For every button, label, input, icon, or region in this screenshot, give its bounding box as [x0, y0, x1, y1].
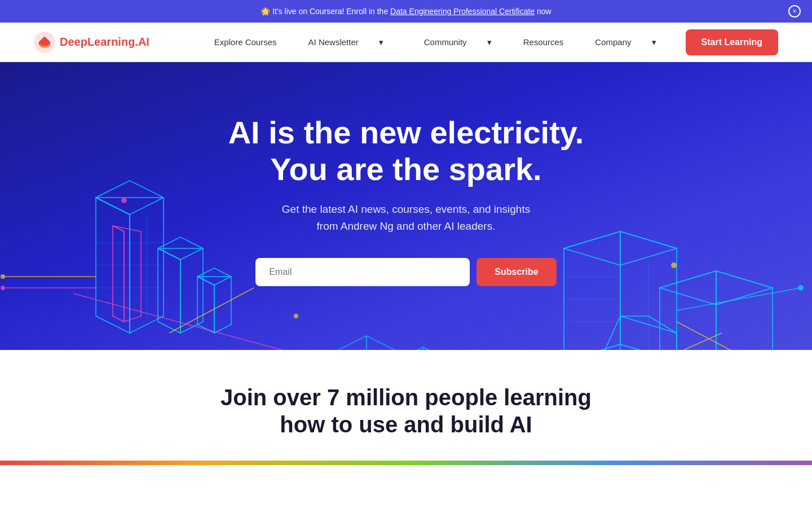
join-headline-line2: how to use and build AI — [280, 412, 532, 437]
svg-marker-52 — [338, 336, 367, 350]
svg-line-44 — [169, 288, 254, 333]
svg-point-3 — [42, 37, 47, 41]
svg-line-42 — [73, 294, 282, 350]
svg-marker-7 — [158, 248, 180, 333]
bottom-gradient-bar — [0, 461, 812, 465]
svg-marker-12 — [197, 268, 231, 285]
svg-marker-10 — [197, 277, 214, 333]
company-chevron-icon: ▾ — [643, 33, 665, 52]
newsletter-chevron-icon: ▾ — [370, 33, 392, 52]
svg-point-43 — [121, 198, 127, 203]
svg-marker-20 — [592, 316, 677, 350]
nav-explore-link[interactable]: Explore Courses — [205, 33, 286, 51]
svg-marker-22 — [564, 344, 677, 350]
svg-marker-14 — [113, 226, 141, 322]
logo-icon — [34, 32, 55, 53]
svg-marker-13 — [113, 226, 124, 322]
subscribe-form: Subscribe — [228, 258, 584, 286]
svg-marker-5 — [96, 198, 164, 333]
community-chevron-icon: ▾ — [478, 33, 501, 52]
svg-marker-55 — [395, 347, 423, 350]
svg-point-37 — [1, 286, 5, 290]
join-headline: Join over 7 million people learning how … — [23, 384, 789, 438]
svg-line-49 — [620, 333, 722, 350]
banner-certificate-link[interactable]: Data Engineering Professional Certificat… — [390, 7, 535, 16]
nav-item-resources[interactable]: Resources — [514, 33, 573, 51]
svg-marker-6 — [96, 181, 164, 214]
nav-newsletter-link[interactable]: AI Newsletter ▾ — [290, 28, 401, 56]
logo-link[interactable]: DeepLearning.AI — [34, 32, 149, 53]
svg-point-41 — [798, 285, 804, 291]
svg-marker-27 — [716, 271, 773, 350]
nav-item-company[interactable]: Company ▾ — [577, 28, 674, 56]
start-learning-button[interactable]: Start Learning — [686, 29, 778, 55]
banner-emoji: 🌟 — [261, 7, 270, 16]
join-section: Join over 7 million people learning how … — [0, 350, 812, 461]
svg-line-39 — [677, 288, 801, 310]
nav-company-link[interactable]: Company ▾ — [577, 28, 674, 56]
svg-point-36 — [1, 274, 5, 279]
hero-section: AI is the new electricity. You are the s… — [0, 62, 812, 350]
svg-marker-28 — [660, 271, 773, 305]
svg-marker-21 — [620, 316, 677, 350]
logo-text: DeepLearning.AI — [60, 36, 149, 49]
svg-marker-53 — [367, 336, 395, 350]
nav-item-explore[interactable]: Explore Courses — [205, 33, 286, 51]
banner-close-button[interactable]: × — [788, 5, 801, 17]
svg-marker-56 — [423, 347, 451, 350]
nav-item-newsletter[interactable]: AI Newsletter ▾ — [290, 28, 401, 56]
nav-resources-link[interactable]: Resources — [514, 33, 573, 51]
hero-subtext: Get the latest AI news, courses, events,… — [228, 201, 584, 235]
banner-pre-link: It's live on Coursera! Enroll in the — [272, 7, 388, 16]
nav-item-community[interactable]: Community ▾ — [406, 28, 510, 56]
hero-content: AI is the new electricity. You are the s… — [228, 115, 584, 286]
svg-point-50 — [671, 262, 677, 268]
email-input[interactable] — [255, 258, 470, 286]
svg-point-45 — [294, 314, 298, 318]
nav-links: Explore Courses AI Newsletter ▾ Communit… — [205, 28, 674, 56]
hero-headline-line1: AI is the new electricity. — [228, 115, 584, 150]
svg-marker-4 — [96, 198, 130, 333]
announcement-banner: 🌟 It's live on Coursera! Enroll in the D… — [0, 0, 812, 23]
subscribe-button[interactable]: Subscribe — [476, 258, 556, 286]
banner-text-after: now — [537, 7, 551, 16]
hero-headline-line2: You are the spark. — [270, 151, 541, 187]
join-headline-line1: Join over 7 million people learning — [220, 385, 592, 410]
main-nav: DeepLearning.AI Explore Courses AI Newsl… — [0, 23, 812, 62]
svg-marker-11 — [197, 277, 231, 333]
hero-headline: AI is the new electricity. You are the s… — [228, 115, 584, 187]
svg-marker-8 — [158, 248, 203, 333]
svg-marker-26 — [660, 271, 716, 350]
svg-line-38 — [677, 322, 784, 350]
svg-marker-24 — [620, 231, 677, 350]
nav-community-link[interactable]: Community ▾ — [406, 28, 510, 56]
svg-marker-9 — [158, 237, 203, 260]
banner-text: 🌟 It's live on Coursera! Enroll in the D… — [261, 7, 551, 16]
